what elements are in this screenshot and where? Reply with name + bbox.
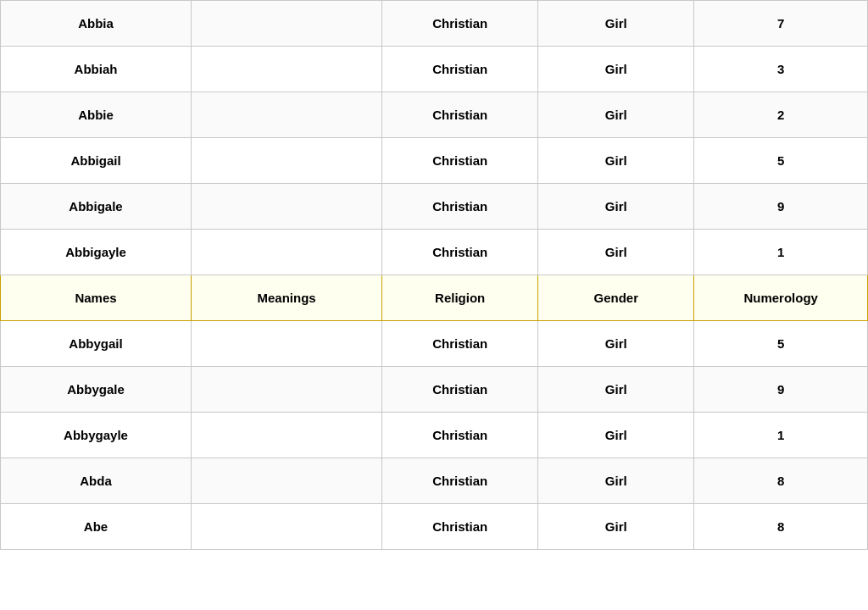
name-cell: Abbigale (1, 184, 192, 230)
religion-cell: Christian (382, 184, 538, 230)
name-cell: Abbygayle (1, 413, 192, 458)
gender-cell: Girl (538, 413, 694, 458)
numerology-cell: 7 (694, 1, 868, 47)
meaning-cell (192, 184, 382, 230)
religion-cell: Christian (382, 321, 538, 367)
table-row: AbbygaleChristianGirl9 (1, 367, 868, 413)
meaning-cell (192, 1, 382, 47)
table-row: AbbieChristianGirl2 (1, 92, 868, 138)
header-cell-gender: Gender (538, 275, 694, 321)
religion-cell: Christian (382, 230, 538, 275)
meaning-cell (192, 413, 382, 458)
meaning-cell (192, 230, 382, 275)
name-cell: Abbia (1, 1, 192, 47)
meaning-cell (192, 367, 382, 413)
religion-cell: Christian (382, 138, 538, 184)
gender-cell: Girl (538, 1, 694, 47)
numerology-cell: 5 (694, 321, 868, 367)
religion-cell: Christian (382, 367, 538, 413)
numerology-cell: 2 (694, 92, 868, 138)
table-row: AbbiaChristianGirl7 (1, 1, 868, 47)
numerology-cell: 1 (694, 230, 868, 275)
gender-cell: Girl (538, 47, 694, 92)
table-row: AbbygailChristianGirl5 (1, 321, 868, 367)
numerology-cell: 5 (694, 138, 868, 184)
numerology-cell: 1 (694, 413, 868, 458)
religion-cell: Christian (382, 1, 538, 47)
name-cell: Abbie (1, 92, 192, 138)
header-cell-name: Names (1, 275, 192, 321)
table-row: AbeChristianGirl8 (1, 504, 868, 550)
religion-cell: Christian (382, 458, 538, 504)
gender-cell: Girl (538, 92, 694, 138)
name-cell: Abbigail (1, 138, 192, 184)
header-cell-meaning: Meanings (192, 275, 382, 321)
gender-cell: Girl (538, 184, 694, 230)
religion-cell: Christian (382, 504, 538, 550)
meaning-cell (192, 138, 382, 184)
header-cell-religion: Religion (382, 275, 538, 321)
table-row: AbbiahChristianGirl3 (1, 47, 868, 92)
header-cell-numerology: Numerology (694, 275, 868, 321)
table-row: AbbygayleChristianGirl1 (1, 413, 868, 458)
name-cell: Abbigayle (1, 230, 192, 275)
sticky-header-row: NamesMeaningsReligionGenderNumerology (1, 275, 868, 321)
religion-cell: Christian (382, 92, 538, 138)
gender-cell: Girl (538, 138, 694, 184)
numerology-cell: 9 (694, 367, 868, 413)
name-cell: Abe (1, 504, 192, 550)
name-cell: Abda (1, 458, 192, 504)
gender-cell: Girl (538, 504, 694, 550)
gender-cell: Girl (538, 367, 694, 413)
gender-cell: Girl (538, 458, 694, 504)
table-container: AbbiaChristianGirl7AbbiahChristianGirl3A… (0, 0, 868, 610)
meaning-cell (192, 504, 382, 550)
religion-cell: Christian (382, 47, 538, 92)
gender-cell: Girl (538, 321, 694, 367)
name-cell: Abbygale (1, 367, 192, 413)
numerology-cell: 8 (694, 504, 868, 550)
names-table: AbbiaChristianGirl7AbbiahChristianGirl3A… (0, 0, 868, 550)
name-cell: Abbiah (1, 47, 192, 92)
numerology-cell: 9 (694, 184, 868, 230)
meaning-cell (192, 92, 382, 138)
table-row: AbbigailChristianGirl5 (1, 138, 868, 184)
name-cell: Abbygail (1, 321, 192, 367)
meaning-cell (192, 458, 382, 504)
table-row: AbbigayleChristianGirl1 (1, 230, 868, 275)
table-row: AbbigaleChristianGirl9 (1, 184, 868, 230)
table-row: AbdaChristianGirl8 (1, 458, 868, 504)
numerology-cell: 3 (694, 47, 868, 92)
numerology-cell: 8 (694, 458, 868, 504)
meaning-cell (192, 47, 382, 92)
meaning-cell (192, 321, 382, 367)
religion-cell: Christian (382, 413, 538, 458)
gender-cell: Girl (538, 230, 694, 275)
